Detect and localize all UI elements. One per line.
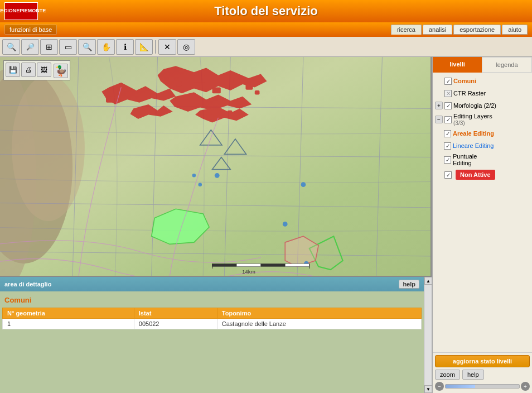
zoom-help-row: zoom help [435,370,530,380]
measure-button[interactable]: 📐 [135,39,153,55]
map-container: 💾 🖨 🖼 🦆 [0,57,432,393]
svg-point-25 [215,173,220,178]
scroll-track [424,285,432,385]
tab-livelli[interactable]: livelli [433,57,482,73]
map[interactable]: 💾 🖨 🖼 🦆 [0,57,432,276]
zoom-plus-icon[interactable]: + [521,382,530,391]
cell-toponimo: Castagnole delle Lanze [217,319,421,329]
identify-button[interactable]: 🔍 [78,39,96,55]
svg-rect-33 [261,263,286,266]
cell-istat: 005022 [134,319,217,329]
info-button[interactable]: ℹ [116,39,134,55]
image-map-button[interactable]: 🖼 [37,63,51,77]
layer-tabs: livelli legenda [433,57,532,73]
layer-name-morfologia: Morfologia (2/2) [453,102,530,109]
svg-point-26 [301,182,306,187]
tab-esportazione[interactable]: esportazione [453,25,501,35]
aggiorna-button[interactable]: aggiorna stato livelli [435,355,530,367]
layer-item-morfologia: + Morfologia (2/2) [434,99,531,112]
svg-rect-14 [245,84,253,90]
checkbox-areale[interactable] [444,130,451,137]
header: REGIONE PIEMONTE Titolo del servizio [0,0,532,22]
save-map-button[interactable]: 💾 [6,63,20,77]
checkbox-lineare[interactable] [444,142,451,150]
zoom-slider-fill [446,385,475,388]
svg-rect-13 [234,78,240,83]
zoom-extent-button[interactable]: ⊞ [40,39,58,55]
layer-name-puntuale: PuntualeEditing [453,153,530,166]
expand-editing[interactable]: − [435,116,443,123]
pan-button[interactable]: ✋ [97,39,115,55]
help-label[interactable]: help [462,370,484,380]
svg-rect-15 [255,90,260,95]
svg-rect-10 [124,93,132,98]
svg-rect-17 [206,114,212,119]
detail-inner: area di dettaglio help Comuni N° geometr… [0,277,424,393]
checkbox-ctr[interactable] [444,90,452,97]
expand-morfologia[interactable]: + [435,102,443,109]
layer-name-comuni: Comuni [453,78,530,84]
detail-header: area di dettaglio help [0,277,424,291]
svg-point-30 [199,183,202,186]
funzioni-label: funzioni di base [4,25,57,35]
checkbox-comuni[interactable] [444,78,452,85]
tab-aiuto[interactable]: aiuto [502,25,528,35]
checkbox-puntuale[interactable] [444,156,451,164]
svg-point-27 [283,222,288,227]
layer-item-areale: Areale Editing [434,127,531,140]
layer-name-lineare: Lineare Editing [453,142,530,149]
compass-button[interactable]: ◎ [177,39,195,55]
logo: REGIONE PIEMONTE [4,2,38,20]
layer-item-non-attive: Non Attive [434,167,531,182]
layer-name-areale: Areale Editing [453,130,530,137]
zoom-minus-icon[interactable]: − [435,382,444,391]
zoom-in-button[interactable]: 🔍 [2,39,20,55]
delete-button[interactable]: ✕ [158,39,176,55]
detail-content: Comuni N° geometria Istat Toponimo 1 [0,291,424,393]
nav-tabs: ricerca analisi esportazione aiuto [391,25,528,35]
zoom-slider[interactable] [445,384,520,389]
cell-geometria: 1 [3,319,134,329]
zoom-label[interactable]: zoom [435,370,460,380]
layer-name-ctr: CTR Raster [453,90,530,97]
layer-item-editing: − Editing Layers(3/3) [434,112,531,127]
svg-rect-12 [212,87,221,93]
detail-row: area di dettaglio help Comuni N° geometr… [0,276,432,393]
svg-rect-18 [228,111,233,114]
svg-rect-31 [212,263,237,266]
tab-analisi[interactable]: analisi [423,25,452,35]
checkbox-non-attive[interactable] [444,171,452,179]
table-row: 1 005022 Castagnole delle Lanze [3,319,422,329]
zoom-out-button[interactable]: 🔎 [21,39,39,55]
svg-rect-34 [285,263,309,266]
tab-legenda[interactable]: legenda [482,57,532,73]
svg-rect-32 [236,263,261,266]
scroll-down-arrow[interactable]: ▼ [424,385,432,393]
svg-rect-9 [106,97,115,103]
detail-area-label: area di dettaglio [4,281,51,287]
tab-ricerca[interactable]: ricerca [391,25,422,35]
layer-item-comuni: Comuni [434,75,531,87]
detail-help-button[interactable]: help [399,280,419,289]
duck-icon-button[interactable]: 🦆 [54,64,68,78]
checkbox-editing[interactable] [444,116,452,123]
layer-item-puntuale: PuntualeEditing [434,152,531,167]
navbar: funzioni di base ricerca analisi esporta… [0,22,532,37]
col-geometria: N° geometria [3,308,134,319]
non-attive-button[interactable]: Non Attive [456,170,495,180]
right-panel: livelli legenda Comuni CTR Raster + Morf… [432,57,532,393]
toolbar: 🔍 🔎 ⊞ ▭ 🔍 ✋ ℹ 📐 ✕ ◎ [0,37,532,57]
right-bottom: aggiorna stato livelli zoom help − + [433,352,532,393]
map-svg: 14km [0,57,431,276]
checkbox-morfologia[interactable] [444,102,452,109]
map-overlay-toolbar: 💾 🖨 🖼 🦆 [3,60,70,80]
svg-point-3 [12,75,85,221]
svg-rect-16 [176,82,182,87]
select-rect-button[interactable]: ▭ [59,39,77,55]
zoom-slider-row: − + [435,382,530,391]
toolbar-separator [155,40,156,54]
svg-point-29 [192,174,196,178]
print-map-button[interactable]: 🖨 [21,63,36,77]
detail-scrollbar[interactable]: ▲ ▼ [424,277,432,393]
scroll-up-arrow[interactable]: ▲ [424,277,432,285]
